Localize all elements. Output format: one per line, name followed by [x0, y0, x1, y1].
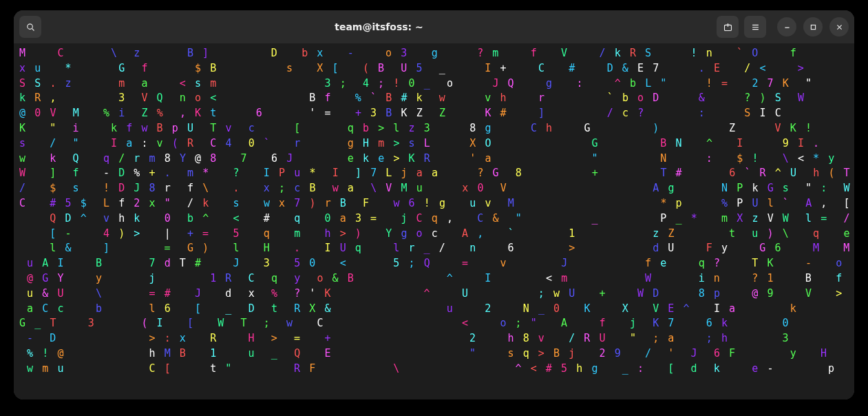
close-button[interactable]: [829, 17, 849, 37]
close-icon: [834, 22, 845, 32]
minimize-icon: [782, 22, 792, 32]
terminal-body[interactable]: M C \ z B ] D b x - o 3 g ? m f V / k R …: [14, 43, 854, 399]
hamburger-icon: [750, 22, 761, 32]
window-title: team@itsfoss: ~: [47, 21, 711, 32]
svg-line-1: [32, 28, 34, 30]
maximize-icon: [808, 22, 818, 32]
svg-rect-9: [811, 25, 815, 29]
svg-point-0: [27, 23, 32, 29]
terminal-window: team@itsfoss: ~ M C \ z B ] D b x - o 3 …: [14, 10, 854, 399]
new-tab-button[interactable]: [717, 16, 739, 38]
matrix-output: M C \ z B ] D b x - o 3 g ? m f V / k R …: [19, 46, 850, 377]
search-button[interactable]: [19, 16, 41, 38]
maximize-button[interactable]: [803, 17, 823, 37]
titlebar: team@itsfoss: ~: [14, 10, 854, 43]
window-controls: [777, 17, 849, 37]
search-icon: [25, 22, 36, 32]
minimize-button[interactable]: [777, 17, 796, 37]
new-tab-icon: [723, 22, 733, 32]
menu-button[interactable]: [744, 16, 766, 38]
